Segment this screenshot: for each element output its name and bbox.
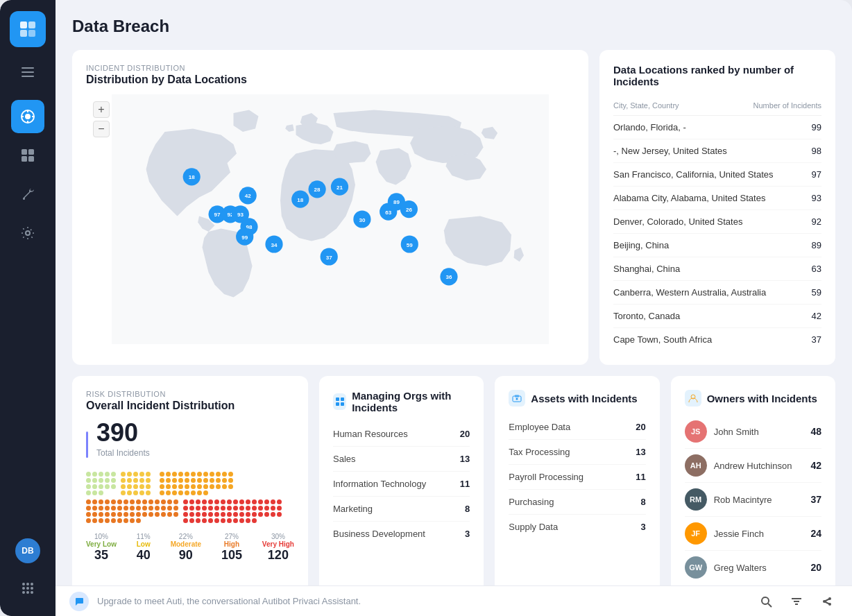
dot xyxy=(183,506,188,511)
world-map-svg: 18 42 97 92 xyxy=(86,94,574,344)
nav-item-settings[interactable] xyxy=(11,216,44,250)
svg-text:18: 18 xyxy=(297,197,303,203)
risk-label: Moderate xyxy=(171,540,201,548)
org-name: Sales xyxy=(333,454,356,464)
nav-item-apps[interactable] xyxy=(11,572,44,605)
dot xyxy=(146,484,151,489)
dot xyxy=(252,512,257,517)
asset-name: Payroll Processing xyxy=(509,472,583,482)
dot xyxy=(189,499,194,504)
owner-name: John Smith xyxy=(714,427,759,437)
svg-point-70 xyxy=(516,398,518,400)
nav-item-tools[interactable] xyxy=(11,178,44,211)
dot xyxy=(111,478,116,483)
dot xyxy=(216,478,221,483)
dot xyxy=(185,472,189,477)
dot xyxy=(99,484,103,489)
main-content: Data Breach Incident Distribution Distri… xyxy=(56,0,852,616)
svg-point-8 xyxy=(25,114,31,119)
dot xyxy=(117,512,122,517)
svg-rect-67 xyxy=(341,402,344,406)
org-name: Information Technology xyxy=(333,479,426,489)
ranking-count: 97 xyxy=(812,169,821,180)
zoom-in-button[interactable]: + xyxy=(93,101,110,118)
user-avatar[interactable]: DB xyxy=(15,538,40,563)
dot xyxy=(161,506,166,511)
rankings-list: Orlando, Florida, -99-, New Jersey, Unit… xyxy=(613,116,821,351)
owner-avatar: GW xyxy=(685,556,707,579)
asset-row: Employee Data20 xyxy=(509,415,645,440)
zoom-out-button[interactable]: − xyxy=(93,121,110,137)
org-row: Human Resources20 xyxy=(333,422,470,447)
dot xyxy=(86,518,91,523)
dot xyxy=(86,472,91,477)
org-name: Marketing xyxy=(333,504,373,514)
dot xyxy=(92,484,97,489)
dot xyxy=(210,484,214,489)
dot xyxy=(92,512,97,517)
orgs-list: Human Resources20Sales13Information Tech… xyxy=(333,422,470,546)
dot xyxy=(271,512,275,517)
risk-label: Very Low xyxy=(86,540,117,548)
dot xyxy=(133,472,138,477)
dot xyxy=(239,499,244,504)
ranking-location: Shanghai, China xyxy=(613,264,680,274)
dot xyxy=(173,506,178,511)
ranking-location: Cape Town, South Africa xyxy=(613,334,712,345)
dot xyxy=(136,506,141,511)
dot xyxy=(173,499,178,504)
dot xyxy=(228,472,233,477)
risk-pct: 27% xyxy=(225,533,239,540)
dot xyxy=(178,490,183,495)
dot xyxy=(155,512,160,517)
risk-stats: 10% Very Low 35 11% Low 40 22% Moderate … xyxy=(86,533,294,563)
share-button[interactable] xyxy=(816,590,838,613)
dot xyxy=(99,518,103,523)
svg-rect-2 xyxy=(20,30,27,37)
total-incidents-label: Total Incidents xyxy=(96,448,150,458)
risk-value: 105 xyxy=(221,548,242,563)
org-count: 8 xyxy=(465,504,470,514)
dot xyxy=(208,512,213,517)
owner-row: AH Andrew Hutchinson 42 xyxy=(685,449,821,483)
owners-card-title: Owners with Incidents xyxy=(685,390,821,407)
dot xyxy=(111,512,116,517)
nav-item-badge[interactable] xyxy=(11,100,44,133)
orgs-card: Managing Orgs with Incidents Human Resou… xyxy=(319,376,484,598)
dot xyxy=(178,484,183,489)
ranking-row: Beijing, China89 xyxy=(613,234,821,257)
svg-point-20 xyxy=(31,583,33,585)
dot xyxy=(197,490,202,495)
dot xyxy=(222,478,227,483)
svg-point-23 xyxy=(31,587,33,590)
dot xyxy=(239,518,244,523)
dot xyxy=(111,484,116,489)
search-button[interactable] xyxy=(755,590,777,613)
dot xyxy=(277,506,282,511)
svg-rect-69 xyxy=(515,395,519,397)
risk-value: 90 xyxy=(179,548,193,563)
dot xyxy=(264,499,269,504)
nav-item-dashboard[interactable] xyxy=(11,139,44,172)
owner-avatar: RM xyxy=(685,488,707,511)
dot xyxy=(196,512,201,517)
total-incidents-row: 390 Total Incidents xyxy=(86,420,294,469)
dot xyxy=(258,512,263,517)
risk-value: 120 xyxy=(268,548,289,563)
ranking-count: 59 xyxy=(812,287,821,298)
svg-text:36: 36 xyxy=(446,274,452,280)
org-name: Business Development xyxy=(333,529,425,539)
org-row: Business Development3 xyxy=(333,522,470,546)
dot xyxy=(86,512,91,517)
asset-count: 8 xyxy=(640,497,645,507)
dot xyxy=(222,484,227,489)
svg-point-81 xyxy=(823,600,826,603)
owner-row: RM Rob Macintyre 37 xyxy=(685,483,821,517)
dot xyxy=(105,484,110,489)
dot xyxy=(111,499,116,504)
dot xyxy=(214,499,219,504)
filter-button[interactable] xyxy=(785,590,808,613)
ranking-count: 37 xyxy=(812,334,821,345)
org-row: Information Technology11 xyxy=(333,472,470,497)
menu-button[interactable] xyxy=(14,58,42,86)
